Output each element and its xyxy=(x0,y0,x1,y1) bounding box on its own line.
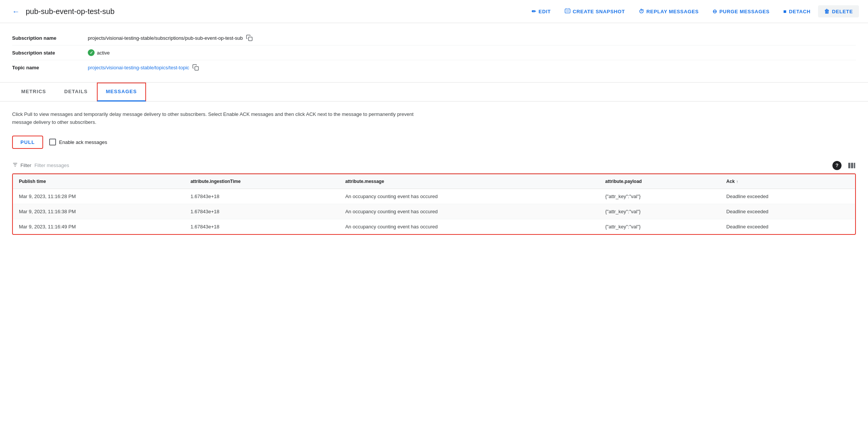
back-button[interactable]: ← xyxy=(9,5,23,18)
cell-ack: Deadline exceeded xyxy=(720,204,855,219)
purge-label: PURGE MESSAGES xyxy=(719,9,770,14)
help-icon[interactable]: ? xyxy=(832,161,842,170)
svg-rect-10 xyxy=(851,162,853,168)
enable-ack-checkbox[interactable] xyxy=(49,139,56,145)
filter-right: ? xyxy=(832,161,856,170)
create-snapshot-label: CREATE SNAPSHOT xyxy=(573,9,625,14)
delete-button[interactable]: 🗑 DELETE xyxy=(818,5,859,17)
col-publish-time: Publish time xyxy=(13,174,184,189)
messages-table-container: Publish time attribute.ingestionTime att… xyxy=(12,173,856,235)
header-actions: ✏ EDIT CREATE SNAPSHOT ⏱ REPLAY MESSAGES… xyxy=(526,5,859,18)
topic-name-label: Topic name xyxy=(12,65,88,70)
cell-ingestion-time: 1.67843e+18 xyxy=(184,189,339,204)
columns-icon[interactable] xyxy=(848,161,856,170)
replay-messages-button[interactable]: ⏱ REPLAY MESSAGES xyxy=(633,5,705,17)
info-section: Subscription name projects/visionai-test… xyxy=(0,23,868,83)
col-ack[interactable]: Ack ↑ xyxy=(720,174,855,189)
topic-name-row: Topic name projects/visionai-testing-sta… xyxy=(12,60,856,75)
tab-metrics[interactable]: METRICS xyxy=(12,83,55,102)
replay-label: REPLAY MESSAGES xyxy=(646,9,698,14)
tab-details[interactable]: DETAILS xyxy=(55,83,97,102)
col-payload: attribute.payload xyxy=(599,174,720,189)
tab-messages[interactable]: MESSAGES xyxy=(97,83,146,102)
cell-ack: Deadline exceeded xyxy=(720,189,855,204)
purge-icon: ⊖ xyxy=(712,8,717,14)
subscription-state-value: active xyxy=(88,49,110,56)
pull-button[interactable]: PULL xyxy=(12,136,43,149)
cell-ingestion-time: 1.67843e+18 xyxy=(184,219,339,234)
topic-name-value: projects/visionai-testing-stable/topics/… xyxy=(88,64,199,71)
svg-rect-1 xyxy=(566,10,569,12)
subscription-name-copy-icon[interactable] xyxy=(246,34,253,41)
subscription-name-label: Subscription name xyxy=(12,35,88,41)
svg-rect-9 xyxy=(848,162,851,168)
pull-row: PULL Enable ack messages xyxy=(12,136,856,149)
cell-publish-time: Mar 9, 2023, 11:16:28 PM xyxy=(13,189,184,204)
table-row: Mar 9, 2023, 11:16:28 PM 1.67843e+18 An … xyxy=(13,189,855,204)
subscription-name-row: Subscription name projects/visionai-test… xyxy=(12,31,856,45)
edit-icon: ✏ xyxy=(532,8,537,14)
status-text: active xyxy=(97,50,110,56)
header-bar: ← pub-sub-event-op-test-sub ✏ EDIT CREAT… xyxy=(0,0,868,23)
main-content: Click Pull to view messages and temporar… xyxy=(0,102,868,244)
cell-payload: {"attr_key":"val"} xyxy=(599,189,720,204)
cell-ack: Deadline exceeded xyxy=(720,219,855,234)
back-icon: ← xyxy=(12,7,20,16)
cell-ingestion-time: 1.67843e+18 xyxy=(184,204,339,219)
topic-name-link[interactable]: projects/visionai-testing-stable/topics/… xyxy=(88,65,189,70)
table-row: Mar 9, 2023, 11:16:38 PM 1.67843e+18 An … xyxy=(13,204,855,219)
svg-rect-5 xyxy=(195,67,199,70)
subscription-state-label: Subscription state xyxy=(12,50,88,56)
table-row: Mar 9, 2023, 11:16:49 PM 1.67843e+18 An … xyxy=(13,219,855,234)
detach-icon: ■ xyxy=(783,8,787,14)
topic-name-copy-icon[interactable] xyxy=(192,64,199,71)
delete-label: DELETE xyxy=(832,9,853,14)
subscription-state-row: Subscription state active xyxy=(12,45,856,60)
filter-icon xyxy=(12,162,18,169)
delete-icon: 🗑 xyxy=(824,8,830,14)
col-ingestion-time: attribute.ingestionTime xyxy=(184,174,339,189)
filter-input[interactable] xyxy=(34,162,829,168)
page-title: pub-sub-event-op-test-sub xyxy=(26,7,115,16)
cell-publish-time: Mar 9, 2023, 11:16:38 PM xyxy=(13,204,184,219)
status-dot xyxy=(88,49,95,56)
pull-button-label: PULL xyxy=(20,139,35,145)
cell-message: An occupancy counting event has occured xyxy=(339,204,599,219)
table-header-row: Publish time attribute.ingestionTime att… xyxy=(13,174,855,189)
subscription-name-text: projects/visionai-testing-stable/subscri… xyxy=(88,35,243,41)
tabs: METRICS DETAILS MESSAGES xyxy=(12,83,856,101)
svg-rect-11 xyxy=(854,162,856,168)
filter-bar: Filter ? xyxy=(12,158,856,173)
purge-messages-button[interactable]: ⊖ PURGE MESSAGES xyxy=(706,5,776,17)
enable-ack-text: Enable ack messages xyxy=(59,139,107,145)
enable-ack-label[interactable]: Enable ack messages xyxy=(49,139,107,145)
messages-description: Click Pull to view messages and temporar… xyxy=(12,111,428,127)
detach-button[interactable]: ■ DETACH xyxy=(777,5,817,17)
filter-label: Filter xyxy=(12,162,31,169)
col-message: attribute.message xyxy=(339,174,599,189)
svg-rect-4 xyxy=(248,37,252,41)
cell-message: An occupancy counting event has occured xyxy=(339,189,599,204)
replay-icon: ⏱ xyxy=(639,8,644,14)
status-active: active xyxy=(88,49,110,56)
create-snapshot-button[interactable]: CREATE SNAPSHOT xyxy=(558,5,631,18)
filter-text: Filter xyxy=(20,162,31,168)
snapshot-icon xyxy=(565,8,571,15)
messages-table: Publish time attribute.ingestionTime att… xyxy=(13,174,855,234)
detach-label: DETACH xyxy=(789,9,810,14)
cell-payload: {"attr_key":"val"} xyxy=(599,204,720,219)
cell-payload: {"attr_key":"val"} xyxy=(599,219,720,234)
subscription-name-value: projects/visionai-testing-stable/subscri… xyxy=(88,34,253,41)
edit-button[interactable]: ✏ EDIT xyxy=(526,5,557,17)
cell-publish-time: Mar 9, 2023, 11:16:49 PM xyxy=(13,219,184,234)
ack-sort-arrow: ↑ xyxy=(736,179,739,184)
edit-label: EDIT xyxy=(538,9,551,14)
cell-message: An occupancy counting event has occured xyxy=(339,219,599,234)
tabs-container: METRICS DETAILS MESSAGES xyxy=(0,83,868,102)
